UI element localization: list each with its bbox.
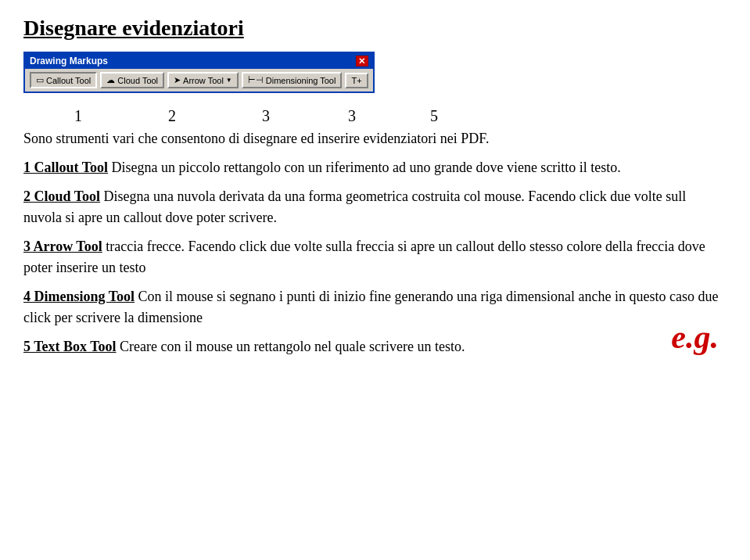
textbox-tool-button[interactable]: T+ [345, 73, 368, 88]
number-5: 5 [430, 107, 438, 125]
toolbar-body: ▭ Callout Tool ☁ Cloud Tool ➤ Arrow Tool… [25, 69, 373, 92]
cloud-icon: ☁ [106, 75, 115, 85]
number-3b: 3 [348, 107, 356, 125]
textbox-paragraph: 5 Text Box Tool Creare con il mouse un r… [23, 336, 727, 357]
dimension-icon: ⊢⊣ [248, 75, 264, 85]
toolbar-title: Drawing Markups [30, 56, 108, 66]
callout-tool-button[interactable]: ▭ Callout Tool [30, 72, 97, 88]
dimensioning-tool-label: Dimensioning Tool [266, 76, 336, 85]
cloud-tool-label: Cloud Tool [117, 76, 158, 85]
cloud-heading: 2 Cloud Tool [23, 188, 100, 204]
callout-heading: 1 Callout Tool [23, 160, 108, 175]
content-block: Sono strumenti vari che consentono di di… [23, 128, 727, 357]
arrow-tool-label: Arrow Tool [183, 76, 224, 85]
arrow-paragraph: 3 Arrow Tool traccia frecce. Facendo cli… [23, 236, 727, 278]
textbox-text: Creare con il mouse un rettangolo nel qu… [117, 339, 465, 354]
toolbar-window: Drawing Markups ✕ ▭ Callout Tool ☁ Cloud… [23, 52, 375, 93]
callout-tool-label: Callout Tool [46, 76, 91, 85]
intro-paragraph: Sono strumenti vari che consentono di di… [23, 128, 727, 149]
arrow-tool-button[interactable]: ➤ Arrow Tool ▼ [167, 72, 239, 88]
dimensioning-tool-button[interactable]: ⊢⊣ Dimensioning Tool [242, 72, 343, 88]
number-2: 2 [168, 107, 176, 125]
dimension-heading: 4 Dimensiong Tool [23, 289, 135, 304]
cloud-tool-button[interactable]: ☁ Cloud Tool [100, 72, 164, 88]
callout-icon: ▭ [36, 75, 44, 85]
arrow-text: traccia frecce. Facendo click due volte … [23, 239, 705, 275]
cloud-text: Disegna una nuvola derivata da una forma… [23, 188, 686, 225]
textbox-heading: 5 Text Box Tool [23, 339, 117, 354]
number-1: 1 [74, 107, 82, 125]
callout-text: Disegna un piccolo rettangolo con un rif… [108, 160, 621, 175]
cloud-paragraph: 2 Cloud Tool Disegna una nuvola derivata… [23, 186, 727, 228]
textbox-tool-label: T+ [351, 76, 361, 85]
dimension-paragraph: 4 Dimensiong Tool Con il mouse si segnan… [23, 286, 727, 328]
close-button[interactable]: ✕ [356, 56, 368, 66]
arrow-icon: ➤ [174, 75, 181, 85]
arrow-heading: 3 Arrow Tool [23, 239, 102, 254]
number-3a: 3 [262, 107, 270, 125]
number-row: 1 2 3 3 5 [31, 107, 727, 125]
toolbar-titlebar: Drawing Markups ✕ [25, 53, 373, 69]
dropdown-arrow-icon: ▼ [226, 77, 232, 84]
eg-label: e.g. [671, 313, 719, 362]
page-title: Disegnare evidenziatori [23, 16, 727, 41]
callout-paragraph: 1 Callout Tool Disegna un piccolo rettan… [23, 157, 727, 178]
